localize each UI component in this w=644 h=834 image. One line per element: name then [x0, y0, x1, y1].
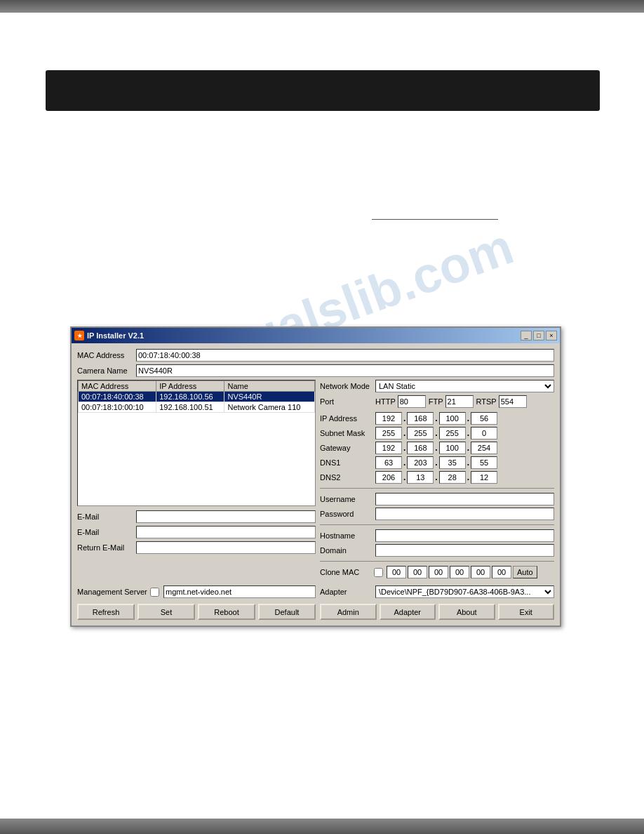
domain-label: Domain: [320, 546, 373, 555]
refresh-button[interactable]: Refresh: [77, 604, 135, 620]
subnet-octet-4[interactable]: [471, 427, 497, 439]
email-label-1: E-Mail: [77, 512, 133, 521]
top-bar: [0, 0, 644, 13]
gateway-octet-2[interactable]: [407, 442, 434, 454]
separator-2: [320, 524, 554, 525]
adapter-row: Adapter \Device\NPF_{BD79D907-6A38-406B-…: [320, 585, 554, 598]
return-email-input[interactable]: [136, 541, 316, 554]
mac-field-4[interactable]: [450, 566, 469, 578]
ip-octet-4[interactable]: [471, 412, 497, 425]
management-server-label: Management Server: [77, 588, 147, 596]
clone-mac-label: Clone MAC: [320, 568, 373, 576]
gateway-octet-1[interactable]: [375, 442, 402, 454]
left-panel: MAC Address IP Address Name 00:07:18:40:…: [77, 380, 316, 583]
underline-decoration: [372, 219, 498, 220]
dns2-octet-4[interactable]: [471, 471, 497, 484]
mac-field-5[interactable]: [471, 566, 490, 578]
default-button[interactable]: Default: [258, 604, 316, 620]
ip-octet-3[interactable]: [439, 412, 466, 425]
password-input[interactable]: [375, 508, 554, 520]
dns2-octet-3[interactable]: [439, 471, 466, 484]
network-mode-row: Network Mode LAN Static LAN DHCP WAN Sta…: [320, 380, 554, 392]
domain-row: Domain: [320, 544, 554, 557]
mac-field-6[interactable]: [492, 566, 511, 578]
subnet-octet-2[interactable]: [407, 427, 434, 439]
adapter-select[interactable]: \Device\NPF_{BD79D907-6A38-406B-9A3...: [375, 585, 554, 598]
table-row[interactable]: 00:07:18:40:00:38 192.168.100.56 NVS440R: [79, 392, 315, 402]
rtsp-label: RTSP: [476, 397, 497, 406]
return-email-row: Return E-Mail: [77, 541, 316, 554]
set-button[interactable]: Set: [137, 604, 195, 620]
dns1-fields: . . .: [375, 456, 497, 469]
management-server-input[interactable]: [163, 585, 316, 598]
dns1-octet-1[interactable]: [375, 456, 402, 469]
dns2-octet-1[interactable]: [375, 471, 402, 484]
ftp-port-input[interactable]: [445, 395, 474, 408]
dns1-octet-3[interactable]: [439, 456, 466, 469]
gateway-label: Gateway: [320, 444, 373, 452]
dns1-octet-4[interactable]: [471, 456, 497, 469]
device-name-2: Network Camera 110: [224, 402, 315, 413]
window-title: IP Installer V2.1: [87, 331, 144, 340]
about-button[interactable]: About: [438, 604, 495, 620]
right-panel: Network Mode LAN Static LAN DHCP WAN Sta…: [320, 380, 554, 583]
management-server-checkbox[interactable]: [150, 588, 159, 597]
email-row-1: E-Mail: [77, 510, 316, 523]
port-label: Port: [320, 397, 373, 406]
ip-octet-2[interactable]: [407, 412, 434, 425]
ip-address-label: IP Address: [320, 414, 373, 423]
admin-button[interactable]: Admin: [320, 604, 377, 620]
device-mac-2: 00:07:18:10:00:10: [79, 402, 156, 413]
clone-mac-row: Clone MAC Auto: [320, 566, 554, 578]
mac-field-3[interactable]: [429, 566, 448, 578]
device-ip-2: 192.168.100.51: [156, 402, 224, 413]
http-port-input[interactable]: [398, 395, 426, 408]
device-mac-1: 00:07:18:40:00:38: [79, 392, 156, 402]
reboot-button[interactable]: Reboot: [198, 604, 255, 620]
gateway-octet-4[interactable]: [471, 442, 497, 454]
dns1-octet-2[interactable]: [407, 456, 434, 469]
device-ip-1: 192.168.100.56: [156, 392, 224, 402]
subnet-mask-label: Subnet Mask: [320, 429, 373, 437]
restore-button[interactable]: □: [533, 331, 544, 340]
username-input[interactable]: [375, 493, 554, 505]
main-content: MAC Address IP Address Name 00:07:18:40:…: [77, 380, 554, 583]
email-section: E-Mail E-Mail Return E-Mail: [77, 510, 316, 554]
clone-mac-checkbox[interactable]: [374, 568, 383, 577]
auto-button[interactable]: Auto: [513, 566, 537, 578]
table-row[interactable]: 00:07:18:10:00:10 192.168.100.51 Network…: [79, 402, 315, 413]
device-list-container[interactable]: MAC Address IP Address Name 00:07:18:40:…: [77, 380, 316, 506]
network-mode-select[interactable]: LAN Static LAN DHCP WAN Static WAN DHCP: [375, 380, 554, 392]
mac-address-input[interactable]: [136, 349, 554, 362]
device-name-1: NVS440R: [224, 392, 315, 402]
ftp-group: FTP: [429, 395, 474, 408]
email-label-2: E-Mail: [77, 528, 133, 536]
username-label: Username: [320, 495, 373, 503]
domain-input[interactable]: [375, 544, 554, 557]
dns1-label: DNS1: [320, 458, 373, 467]
installer-window: ★ IP Installer V2.1 _ □ × MAC Address Ca…: [70, 326, 561, 627]
ip-octet-1[interactable]: [375, 412, 402, 425]
minimize-button[interactable]: _: [521, 331, 532, 340]
mac-field-1[interactable]: [387, 566, 406, 578]
camera-name-input[interactable]: [136, 364, 554, 377]
exit-button[interactable]: Exit: [498, 604, 555, 620]
email-input-1[interactable]: [136, 510, 316, 523]
subnet-octet-1[interactable]: [375, 427, 402, 439]
rtsp-port-input[interactable]: [499, 395, 527, 408]
close-button[interactable]: ×: [546, 331, 557, 340]
hostname-input[interactable]: [375, 529, 554, 542]
subnet-octet-3[interactable]: [439, 427, 466, 439]
port-row: Port HTTP FTP RTSP: [320, 395, 554, 408]
email-input-2[interactable]: [136, 526, 316, 538]
dns2-label: DNS2: [320, 473, 373, 482]
gateway-octet-3[interactable]: [439, 442, 466, 454]
ftp-label: FTP: [429, 397, 443, 406]
title-bar: ★ IP Installer V2.1 _ □ ×: [72, 328, 560, 343]
mac-field-2[interactable]: [408, 566, 427, 578]
dns2-octet-2[interactable]: [407, 471, 434, 484]
http-label: HTTP: [375, 397, 396, 406]
adapter-button[interactable]: Adapter: [380, 604, 436, 620]
black-banner: [46, 70, 600, 111]
separator-3: [320, 561, 554, 562]
